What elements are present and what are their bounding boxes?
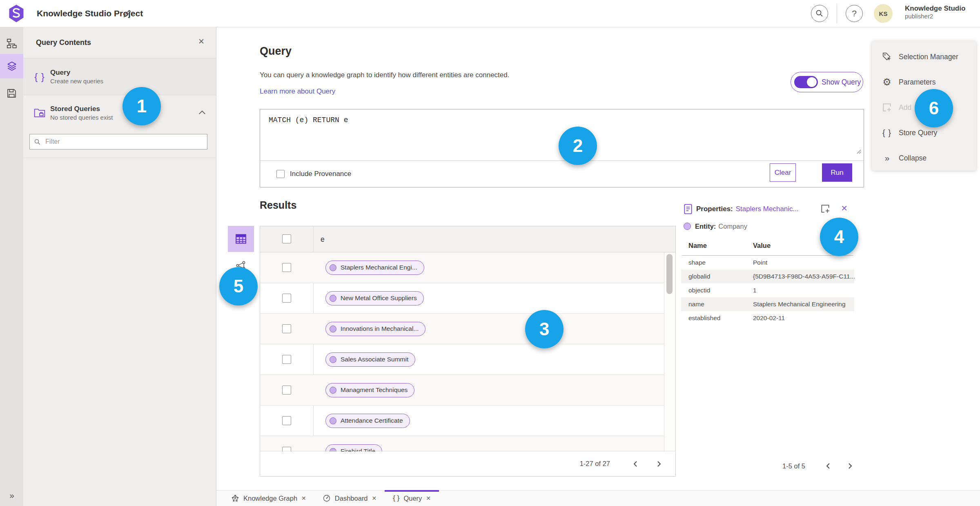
close-tab-icon[interactable]: ✕ bbox=[372, 495, 377, 502]
table-row: Managment Techniques bbox=[260, 375, 665, 406]
toggle-knob bbox=[807, 77, 817, 87]
collapse-section-caret-icon[interactable] bbox=[198, 109, 206, 115]
rail-item-save[interactable] bbox=[0, 81, 23, 105]
property-row: established 2020-02-11 bbox=[681, 311, 854, 325]
resize-handle-icon[interactable] bbox=[856, 149, 862, 154]
row-checkbox[interactable] bbox=[282, 263, 291, 272]
entity-chip[interactable]: Managment Techniques bbox=[325, 383, 414, 397]
table-icon bbox=[235, 233, 247, 245]
include-provenance-label: Include Provenance bbox=[290, 170, 351, 178]
avatar[interactable]: KS bbox=[874, 4, 893, 23]
results-next-page-icon[interactable] bbox=[655, 460, 663, 468]
contents-item-stored-queries[interactable]: Stored Queries No stored queries exist bbox=[23, 95, 216, 132]
table-row: Innovations in Mechanical... bbox=[260, 314, 665, 344]
entity-dot-icon bbox=[330, 264, 336, 271]
user-role: publisher2 bbox=[905, 13, 965, 20]
query-editor[interactable]: MATCH (e) RETURN e bbox=[269, 116, 348, 124]
entity-dot-icon bbox=[330, 356, 336, 363]
contents-panel-close-icon[interactable]: ✕ bbox=[198, 37, 205, 46]
add-icon bbox=[881, 102, 893, 113]
row-checkbox[interactable] bbox=[282, 324, 291, 333]
row-checkbox[interactable] bbox=[282, 386, 291, 395]
include-provenance-checkbox[interactable] bbox=[276, 170, 285, 178]
header-divider bbox=[837, 4, 837, 23]
bottom-tab-bar: Knowledge Graph ✕ Dashboard ✕ { } Query … bbox=[216, 490, 980, 506]
dashboard-icon bbox=[323, 494, 331, 502]
query-section-title: Query bbox=[260, 45, 292, 58]
stored-queries-folder-icon bbox=[33, 107, 46, 119]
help-button[interactable]: ? bbox=[846, 5, 863, 22]
edit-title-icon[interactable] bbox=[122, 9, 132, 18]
row-checkbox[interactable] bbox=[282, 416, 291, 425]
contents-item-query[interactable]: { } Query Create new queries bbox=[23, 58, 216, 95]
stored-queries-label: Stored Queries bbox=[50, 105, 113, 114]
select-all-checkbox[interactable] bbox=[282, 234, 291, 243]
entity-dot-icon bbox=[330, 325, 336, 332]
rail-expand-button[interactable]: » bbox=[0, 486, 23, 504]
menu-item-parameters[interactable]: ⚙ Parameters bbox=[872, 69, 976, 95]
callout-4: 4 bbox=[820, 218, 858, 256]
tab-knowledge-graph[interactable]: Knowledge Graph ✕ bbox=[223, 490, 314, 506]
toggle-track bbox=[794, 76, 818, 88]
clear-button[interactable]: Clear bbox=[770, 163, 796, 182]
properties-close-icon[interactable]: ✕ bbox=[841, 203, 848, 213]
tab-dashboard[interactable]: Dashboard ✕ bbox=[314, 490, 385, 506]
entity-chip[interactable]: Sales Associate Summit bbox=[325, 352, 415, 367]
app-logo-icon[interactable] bbox=[8, 4, 24, 22]
results-table: e Staplers Mechanical Engi... New Metal … bbox=[260, 226, 676, 477]
close-tab-icon[interactable]: ✕ bbox=[301, 495, 306, 502]
learn-more-link[interactable]: Learn more about Query bbox=[260, 87, 335, 96]
show-query-toggle[interactable]: Show Query bbox=[791, 72, 863, 92]
menu-item-selection-manager[interactable]: Selection Manager bbox=[872, 44, 976, 69]
properties-doc-icon bbox=[684, 204, 693, 214]
save-icon bbox=[6, 88, 17, 99]
rail-item-layers[interactable] bbox=[0, 54, 23, 78]
expand-chevrons-icon: » bbox=[9, 490, 14, 500]
properties-entity-link[interactable]: Staplers Mechanic... bbox=[736, 205, 799, 213]
callout-3: 3 bbox=[525, 310, 564, 348]
results-table-view-button[interactable] bbox=[228, 226, 254, 252]
results-pagination: 1-27 of 27 bbox=[260, 451, 675, 476]
property-row: name Staplers Mechanical Engineering bbox=[681, 297, 854, 311]
properties-pagination: 1-5 of 5 bbox=[680, 456, 854, 476]
entity-chip[interactable]: Innovations in Mechanical... bbox=[325, 322, 425, 336]
tab-query[interactable]: { } Query ✕ bbox=[385, 490, 439, 506]
entity-chip[interactable]: Attendance Certificate bbox=[325, 414, 410, 428]
property-row: shape Point bbox=[681, 256, 854, 270]
properties-page-range: 1-5 of 5 bbox=[782, 462, 805, 470]
entity-chip[interactable]: New Metal Office Suppliers bbox=[325, 291, 424, 305]
entity-type-dot-icon bbox=[684, 223, 691, 230]
column-header-e: e bbox=[321, 226, 325, 252]
entity-dot-icon bbox=[330, 387, 336, 394]
knowledge-graph-icon bbox=[231, 494, 239, 502]
query-section-description: You can query a knowledge graph to ident… bbox=[260, 71, 509, 79]
table-row: Attendance Certificate bbox=[260, 406, 665, 436]
filter-field bbox=[29, 134, 207, 149]
column-header-name: Name bbox=[688, 242, 707, 250]
add-to-selection-icon[interactable] bbox=[820, 203, 831, 214]
entity-chip[interactable]: Staplers Mechanical Engi... bbox=[325, 261, 424, 275]
braces-icon: { } bbox=[34, 71, 45, 82]
close-tab-icon[interactable]: ✕ bbox=[426, 495, 431, 502]
contents-panel-header: Query Contents ✕ bbox=[23, 27, 216, 58]
results-scrollbar[interactable] bbox=[664, 252, 675, 452]
scrollbar-thumb[interactable] bbox=[666, 254, 673, 294]
user-name: Knowledge Studio bbox=[905, 4, 965, 13]
rail-item-data-model[interactable] bbox=[0, 31, 23, 56]
entity-dot-icon bbox=[330, 417, 336, 424]
braces-icon: { } bbox=[882, 128, 891, 138]
row-checkbox[interactable] bbox=[282, 355, 291, 364]
filter-input[interactable] bbox=[45, 138, 201, 146]
properties-prev-page-icon[interactable] bbox=[824, 462, 832, 470]
menu-item-collapse[interactable]: » Collapse bbox=[872, 145, 976, 171]
query-contents-panel: Query Contents ✕ { } Query Create new qu… bbox=[23, 27, 216, 506]
data-model-icon bbox=[6, 38, 17, 49]
search-button[interactable] bbox=[811, 5, 828, 22]
run-button[interactable]: Run bbox=[822, 163, 852, 182]
editor-footer: Include Provenance Clear Run bbox=[260, 161, 864, 187]
braces-icon: { } bbox=[393, 494, 399, 502]
results-prev-page-icon[interactable] bbox=[631, 460, 639, 468]
row-checkbox[interactable] bbox=[282, 294, 291, 303]
results-page-range: 1-27 of 27 bbox=[580, 460, 610, 468]
properties-next-page-icon[interactable] bbox=[846, 462, 854, 470]
